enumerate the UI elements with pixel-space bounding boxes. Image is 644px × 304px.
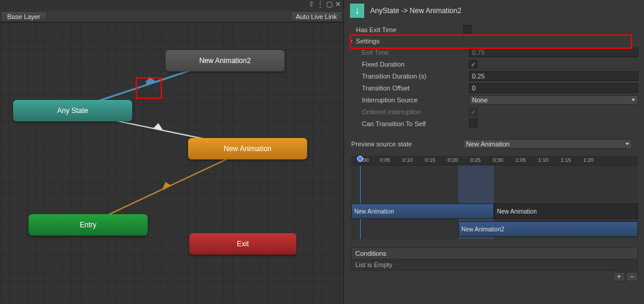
exit-time-input[interactable] [469, 48, 638, 57]
tick-label: 0:15 [425, 157, 436, 163]
clip-source[interactable]: New Animation [351, 203, 494, 219]
graph-canvas[interactable]: Any State New Animation2 New Animation E… [0, 23, 343, 304]
transition-duration-input[interactable] [469, 71, 638, 81]
clip-source-loop[interactable]: New Animation [494, 203, 638, 219]
playhead-icon[interactable] [357, 156, 363, 162]
preview-source-row: Preview source state New Animation [344, 137, 644, 151]
breadcrumb[interactable]: Base Layer [1, 11, 47, 22]
interruption-source-dropdown[interactable]: None [469, 95, 638, 105]
preview-source-dropdown[interactable]: New Animation [463, 139, 632, 149]
fixed-duration-label: Fixed Duration [362, 61, 469, 68]
ordered-interruption-row: Ordered Interruption [344, 106, 644, 118]
transition-icon [350, 4, 364, 18]
node-new-animation[interactable]: New Animation [188, 138, 307, 159]
playhead-line [360, 165, 361, 239]
animator-graph-panel: ⇪ ⋮ ▢ ✕ Base Layer Auto Live Link [0, 0, 344, 304]
transition-title: AnyState -> New Animation2 [370, 7, 461, 15]
tick-label: 1:10 [538, 157, 549, 163]
menu-icon[interactable]: ⋮ [317, 0, 324, 10]
ordered-interruption-label: Ordered Interruption [362, 108, 469, 115]
fixed-duration-checkbox[interactable] [469, 60, 477, 68]
tick-label: 0:10 [402, 157, 413, 163]
node-any-state[interactable]: Any State [13, 100, 132, 121]
transition-offset-input[interactable] [469, 83, 638, 93]
conditions-footer: + − [351, 271, 638, 283]
transition-timeline[interactable]: 0:00 0:05 0:10 0:15 0:20 0:25 0:30 1:05 … [351, 156, 638, 239]
node-exit[interactable]: Exit [189, 233, 296, 255]
preview-source-label: Preview source state [351, 140, 463, 148]
conditions-header: Conditions [351, 247, 638, 259]
can-transition-self-checkbox[interactable] [469, 119, 477, 127]
tick-label: 1:05 [515, 157, 526, 163]
has-exit-time-row: Has Exit Time [344, 24, 644, 36]
graph-toolbar: ⇪ ⋮ ▢ ✕ [308, 0, 343, 10]
transition-title-row: AnyState -> New Animation2 [344, 0, 644, 24]
can-transition-self-row: Can Transition To Self [344, 118, 644, 130]
transition-offset-label: Transition Offset [362, 84, 469, 92]
maximize-icon[interactable]: ▢ [326, 0, 333, 10]
transition-duration-row: Transition Duration (s) [344, 70, 644, 82]
tick-label: 0:20 [448, 157, 458, 163]
timeline-tracks: New Animation New Animation New Animatio… [351, 165, 638, 239]
svg-line-5 [89, 150, 246, 224]
inspector-panel: AnyState -> New Animation2 Has Exit Time… [344, 0, 644, 304]
timeline-ruler[interactable]: 0:00 0:05 0:10 0:15 0:20 0:25 0:30 1:05 … [351, 156, 638, 165]
ordered-interruption-checkbox [469, 108, 477, 116]
has-exit-time-checkbox[interactable] [463, 25, 471, 33]
close-icon[interactable]: ✕ [335, 0, 341, 10]
tick-label: 1:15 [561, 157, 571, 163]
conditions-section: Conditions List is Empty + − [351, 247, 638, 283]
tick-label: 1:20 [583, 157, 594, 163]
node-new-animation-2[interactable]: New Animation2 [165, 50, 285, 71]
exit-time-row: Exit Time [344, 46, 644, 58]
transition-offset-row: Transition Offset [344, 82, 644, 94]
unlock-icon[interactable]: ⇪ [308, 0, 314, 10]
add-condition-button[interactable]: + [613, 272, 625, 281]
auto-live-link-button[interactable]: Auto Live Link [290, 11, 342, 22]
tick-label: 0:05 [380, 157, 390, 163]
interruption-source-row: Interruption Source None [344, 94, 644, 106]
settings-foldout[interactable]: Settings [344, 36, 644, 46]
fixed-duration-row: Fixed Duration [344, 58, 644, 70]
has-exit-time-label: Has Exit Time [356, 26, 463, 33]
node-entry[interactable]: Entry [29, 214, 148, 236]
remove-condition-button[interactable]: − [626, 272, 638, 281]
clip-destination[interactable]: New Animation2 [458, 221, 638, 237]
svg-marker-4 [154, 123, 163, 130]
tick-label: 0:30 [493, 157, 504, 163]
svg-marker-6 [162, 182, 171, 190]
exit-time-label: Exit Time [362, 49, 469, 56]
highlight-box-graph [136, 77, 162, 99]
can-transition-self-label: Can Transition To Self [362, 120, 469, 127]
tick-label: 0:25 [470, 157, 481, 163]
breadcrumb-bar: Base Layer Auto Live Link [0, 11, 343, 23]
interruption-source-label: Interruption Source [362, 96, 469, 104]
transition-duration-label: Transition Duration (s) [362, 73, 469, 80]
conditions-empty-label: List is Empty [351, 259, 638, 271]
